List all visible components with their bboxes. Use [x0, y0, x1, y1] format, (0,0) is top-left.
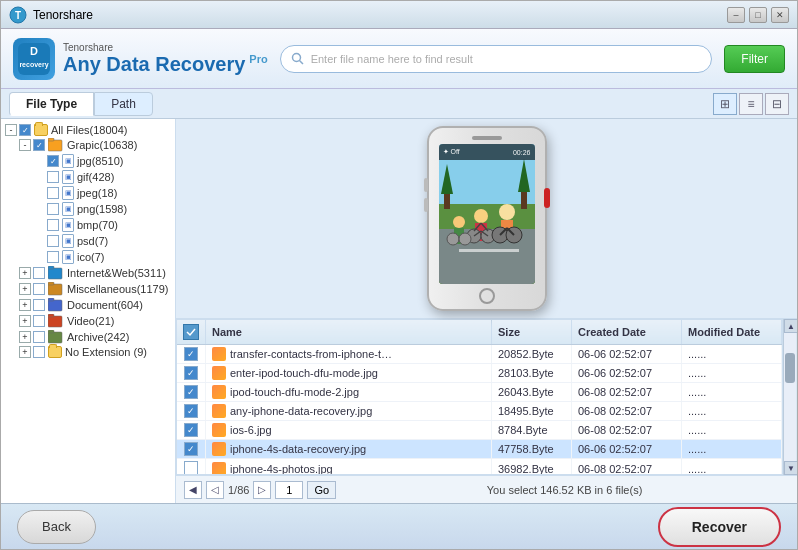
checkbox-graphic[interactable]: ✓	[33, 139, 45, 151]
tree-item-ico[interactable]: ▣ico(7)	[1, 249, 175, 265]
tree-item-gif[interactable]: ▣gif(428)	[1, 169, 175, 185]
file-type-icon-5	[212, 442, 226, 456]
expand-btn-internet[interactable]: +	[19, 267, 31, 279]
expand-btn-graphic[interactable]: -	[19, 139, 31, 151]
checkbox-noext[interactable]	[33, 346, 45, 358]
file-created-2: 06-08 02:52:07	[572, 383, 682, 402]
row-checkbox-4[interactable]: ✓	[184, 423, 198, 437]
row-checkbox-3[interactable]: ✓	[184, 404, 198, 418]
checkbox-internet[interactable]	[33, 267, 45, 279]
row-checkbox-2[interactable]: ✓	[184, 385, 198, 399]
svg-text:T: T	[15, 10, 21, 21]
svg-rect-13	[48, 300, 62, 311]
expand-btn-all-files[interactable]: -	[5, 124, 17, 136]
table-row[interactable]: ✓transfer-contacts-from-iphone-to-...208…	[177, 345, 782, 364]
expand-btn-archive[interactable]: +	[19, 331, 31, 343]
row-checkbox-1[interactable]: ✓	[184, 366, 198, 380]
tree-item-archive[interactable]: +Archive(242)	[1, 329, 175, 345]
checkbox-png[interactable]	[47, 203, 59, 215]
checkbox-psd[interactable]	[47, 235, 59, 247]
tree-item-psd[interactable]: ▣psd(7)	[1, 233, 175, 249]
tree-item-png[interactable]: ▣png(1598)	[1, 201, 175, 217]
file-name-3: any-iphone-data-recovery.jpg	[230, 405, 372, 417]
tree-item-noext[interactable]: +No Extension (9)	[1, 345, 175, 359]
checkbox-gif[interactable]	[47, 171, 59, 183]
maximize-button[interactable]: □	[749, 7, 767, 23]
name-cell-2: ipod-touch-dfu-mode-2.jpg	[212, 385, 392, 399]
back-button[interactable]: Back	[17, 510, 96, 544]
expand-btn-document[interactable]: +	[19, 299, 31, 311]
tree-item-video[interactable]: +Video(21)	[1, 313, 175, 329]
recover-button[interactable]: Recover	[658, 507, 781, 547]
app-brand: Tenorshare	[63, 42, 268, 53]
tree-item-misc[interactable]: +Miscellaneous(1179)	[1, 281, 175, 297]
table-row[interactable]: ✓any-iphone-data-recovery.jpg18495.Byte0…	[177, 402, 782, 421]
file-created-0: 06-06 02:52:07	[572, 345, 682, 364]
tree-label-psd: psd(7)	[77, 235, 108, 247]
checkbox-ico[interactable]	[47, 251, 59, 263]
checkbox-misc[interactable]	[33, 283, 45, 295]
tree-item-graphic[interactable]: -✓Grapic(10638)	[1, 137, 175, 153]
header-checkbox[interactable]	[183, 324, 199, 340]
file-table: Name Size Created Date Modified Date ✓tr…	[177, 320, 782, 475]
search-bar[interactable]: Enter file name here to find result	[280, 45, 713, 73]
checkbox-archive[interactable]	[33, 331, 45, 343]
phone-speaker	[472, 136, 502, 140]
expand-btn-video[interactable]: +	[19, 315, 31, 327]
tree-item-internet[interactable]: +Internet&Web(5311)	[1, 265, 175, 281]
row-checkbox-0[interactable]: ✓	[184, 347, 198, 361]
scroll-up[interactable]: ▲	[784, 319, 797, 333]
close-button[interactable]: ✕	[771, 7, 789, 23]
svg-point-31	[499, 204, 515, 220]
tree-item-jpeg[interactable]: ▣jpeg(18)	[1, 185, 175, 201]
checkbox-bmp[interactable]	[47, 219, 59, 231]
row-checkbox-5[interactable]: ✓	[184, 442, 198, 456]
view-grid-button[interactable]: ⊞	[713, 93, 737, 115]
tree-label-png: png(1598)	[77, 203, 127, 215]
row-checkbox-6[interactable]	[184, 461, 198, 475]
checkbox-jpg[interactable]: ✓	[47, 155, 59, 167]
minimize-button[interactable]: –	[727, 7, 745, 23]
page-input[interactable]	[275, 481, 303, 499]
svg-point-23	[474, 209, 488, 223]
name-cell-4: ios-6.jpg	[212, 423, 392, 437]
tab-file-type[interactable]: File Type	[9, 92, 94, 116]
checkbox-document[interactable]	[33, 299, 45, 311]
table-row[interactable]: iphone-4s-photos.jpg36982.Byte06-08 02:5…	[177, 459, 782, 476]
view-list-button[interactable]: ≡	[739, 93, 763, 115]
prev-page-button[interactable]: ◁	[206, 481, 224, 499]
tab-path[interactable]: Path	[94, 92, 153, 116]
page-display: 1/86	[228, 484, 249, 496]
table-row[interactable]: ✓enter-ipod-touch-dfu-mode.jpg28103.Byte…	[177, 364, 782, 383]
table-row[interactable]: ✓ios-6.jpg8784.Byte06-08 02:52:07......	[177, 421, 782, 440]
go-button[interactable]: Go	[307, 481, 336, 499]
scroll-down[interactable]: ▼	[784, 461, 797, 475]
scroll-thumb[interactable]	[785, 353, 795, 383]
file-modified-3: ......	[682, 402, 782, 421]
svg-rect-7	[48, 140, 62, 151]
svg-rect-16	[48, 314, 54, 317]
phone-screen: ✦ Off 00:26	[439, 144, 535, 284]
first-page-button[interactable]: ◀	[184, 481, 202, 499]
file-icon-ico: ▣	[62, 250, 74, 264]
tree-item-all-files[interactable]: -✓All Files(18004)	[1, 123, 175, 137]
selection-status: You select 146.52 KB in 6 file(s)	[340, 484, 789, 496]
view-detail-button[interactable]: ⊟	[765, 93, 789, 115]
svg-rect-11	[48, 284, 62, 295]
name-cell-6: iphone-4s-photos.jpg	[212, 462, 392, 475]
tree-item-bmp[interactable]: ▣bmp(70)	[1, 217, 175, 233]
filter-button[interactable]: Filter	[724, 45, 785, 73]
checkbox-jpeg[interactable]	[47, 187, 59, 199]
svg-point-40	[459, 233, 471, 245]
tree-item-jpg[interactable]: ✓▣jpg(8510)	[1, 153, 175, 169]
table-row[interactable]: ✓iphone-4s-data-recovery.jpg47758.Byte06…	[177, 440, 782, 459]
expand-btn-misc[interactable]: +	[19, 283, 31, 295]
checkbox-video[interactable]	[33, 315, 45, 327]
next-page-button[interactable]: ▷	[253, 481, 271, 499]
file-size-1: 28103.Byte	[492, 364, 572, 383]
tree-item-document[interactable]: +Document(604)	[1, 297, 175, 313]
svg-point-37	[453, 216, 465, 228]
checkbox-all-files[interactable]: ✓	[19, 124, 31, 136]
expand-btn-noext[interactable]: +	[19, 346, 31, 358]
table-row[interactable]: ✓ipod-touch-dfu-mode-2.jpg26043.Byte06-0…	[177, 383, 782, 402]
